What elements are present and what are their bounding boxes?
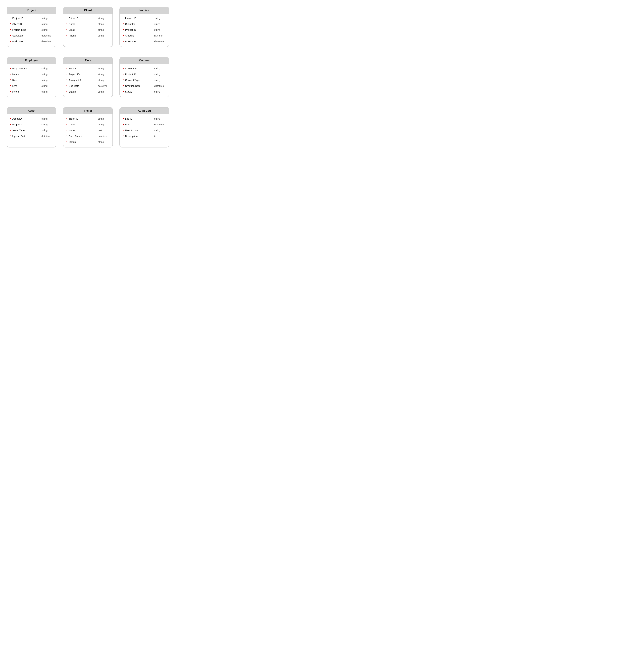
field-type-label: string [98,90,109,93]
field-type-label: string [41,22,53,25]
field-type-label: string [98,73,109,76]
bullet-icon: • [123,134,124,138]
field-type-label: string [98,29,109,31]
table-row: •Client IDstring [66,15,109,21]
table-body-employee: •Employee IDstring•Namestring•Rolestring… [7,64,56,97]
table-body-client: •Client IDstring•Namestring•Emailstring•… [63,14,112,41]
bullet-icon: • [66,84,67,88]
field-type-label: number [154,34,166,37]
field-type-label: datetime [98,85,109,87]
bullet-icon: • [123,28,124,32]
table-body-content: •Content IDstring•Project IDstring•Conte… [120,64,169,97]
table-card-audit-log: Audit Log•Log IDstring•Datedatetime•User… [120,107,169,147]
table-card-client: Client•Client IDstring•Namestring•Emails… [63,7,113,47]
table-body-invoice: •Invoice IDstring•Client IDstring•Projec… [120,14,169,47]
table-row: •Statusstring [66,139,109,145]
table-row: •Client IDstring [10,21,53,27]
table-row: •Emailstring [10,83,53,89]
field-name-label: Project Type [12,29,40,31]
bullet-icon: • [10,129,11,132]
bullet-icon: • [66,134,67,138]
table-header-asset: Asset [7,108,56,114]
table-row: •Statusstring [123,89,166,94]
table-row: •Datedatetime [123,122,166,127]
field-type-label: datetime [154,40,166,43]
field-type-label: string [98,34,109,37]
field-name-label: Name [12,73,40,76]
table-header-task: Task [63,57,112,64]
field-name-label: Log ID [125,117,152,120]
table-row: •Date Raiseddatetime [66,133,109,139]
field-type-label: string [154,17,166,20]
field-name-label: Asset Type [12,129,40,132]
bullet-icon: • [66,90,67,93]
field-name-label: Status [69,141,96,143]
field-name-label: Issue [69,129,96,132]
field-name-label: User Action [125,129,152,132]
table-row: •Project IDstring [10,122,53,127]
field-name-label: Client ID [69,17,96,20]
table-card-asset: Asset•Asset IDstring•Project IDstring•As… [7,107,56,147]
table-header-invoice: Invoice [120,7,169,14]
field-type-label: string [154,67,166,70]
field-name-label: Phone [69,34,96,37]
table-row: •Phonestring [10,89,53,94]
field-name-label: Email [69,29,96,31]
field-name-label: Description [125,135,152,138]
field-type-label: string [98,141,109,143]
field-name-label: Assigned To [69,79,96,81]
table-card-content: Content•Content IDstring•Project IDstrin… [120,57,169,97]
field-name-label: Phone [12,90,40,93]
bullet-icon: • [123,117,124,121]
field-name-label: Project ID [12,123,40,126]
table-body-task: •Task IDstring•Project IDstring•Assigned… [63,64,112,97]
bullet-icon: • [10,78,11,82]
field-name-label: Amount [125,34,152,37]
table-row: •Upload Datedatetime [10,133,53,139]
field-type-label: datetime [41,34,53,37]
field-type-label: text [98,129,109,132]
field-type-label: string [98,67,109,70]
field-name-label: Ticket ID [69,117,96,120]
field-type-label: datetime [41,40,53,43]
table-body-ticket: •Ticket IDstring•Client IDstring•Issuete… [63,114,112,147]
field-name-label: End Date [12,40,40,43]
field-name-label: Date [125,123,152,126]
bullet-icon: • [123,84,124,88]
table-row: •Namestring [10,71,53,77]
table-row: •Ticket IDstring [66,116,109,122]
bullet-icon: • [123,67,124,70]
field-name-label: Employee ID [12,67,40,70]
field-name-label: Task ID [69,67,96,70]
bullet-icon: • [123,40,124,43]
field-type-label: string [98,79,109,81]
table-row: •Client IDstring [123,21,166,27]
bullet-icon: • [10,123,11,126]
field-type-label: datetime [154,85,166,87]
field-type-label: string [41,129,53,132]
field-type-label: string [154,129,166,132]
table-row: •Task IDstring [66,66,109,71]
bullet-icon: • [123,129,124,132]
field-type-label: datetime [154,123,166,126]
table-card-invoice: Invoice•Invoice IDstring•Client IDstring… [120,7,169,47]
field-name-label: Start Date [12,34,40,37]
field-type-label: string [41,67,53,70]
field-type-label: string [41,123,53,126]
field-name-label: Project ID [69,73,96,76]
bullet-icon: • [10,40,11,43]
table-row: •Start Datedatetime [10,33,53,38]
field-name-label: Project ID [12,17,40,20]
table-row: •Asset IDstring [10,116,53,122]
field-type-label: string [154,79,166,81]
field-type-label: string [98,123,109,126]
field-name-label: Client ID [125,22,152,25]
table-header-client: Client [63,7,112,14]
field-name-label: Date Raised [69,135,96,138]
bullet-icon: • [66,34,67,37]
bullet-icon: • [123,123,124,126]
table-row: •Due Datedatetime [123,38,166,44]
field-name-label: Role [12,79,40,81]
bullet-icon: • [66,72,67,76]
table-row: •Creation Datedatetime [123,83,166,89]
